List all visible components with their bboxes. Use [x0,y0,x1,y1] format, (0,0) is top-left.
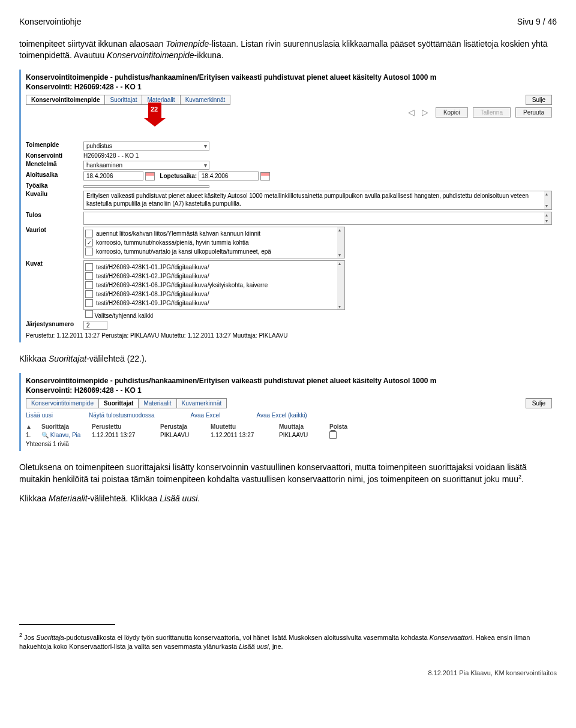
page-number: Sivu 9 / 46 [517,17,557,26]
next-icon[interactable]: ▷ [422,107,428,117]
tab-suorittajat[interactable]: Suorittajat [98,398,139,408]
menetelma-select[interactable]: hankaaminen [83,161,209,170]
table-header: ▲ Suorittaja Perustettu Perustaja Muutet… [26,423,552,430]
open-excel-link[interactable]: Avaa Excel [191,412,221,419]
instruction-paragraph: Klikkaa Materiaalit-välilehteä. Klikkaa … [19,493,557,504]
calendar-icon[interactable] [260,172,270,181]
scrollbar[interactable] [337,227,344,258]
tulos-textarea[interactable] [83,212,552,225]
add-new-link[interactable]: Lisää uusi [26,412,53,419]
checkbox[interactable] [85,290,93,298]
scrollbar[interactable] [544,212,551,224]
prev-icon[interactable]: ◁ [408,107,415,117]
tab-materiaalit[interactable]: Materiaalit [138,398,176,408]
window-subtitle: Konservointi: H26069:428 - - KO 1 [26,83,552,91]
checkbox[interactable] [85,230,93,237]
vauriot-list[interactable]: auennut liitos/kahvan liitos/Ylemmästä k… [83,227,345,258]
scrollbar[interactable] [544,191,551,209]
footnote: 2 Jos Suorittaja-pudotusvalikosta ei löy… [19,631,557,651]
window-title: Konservointitoimenpide - puhdistus/hanka… [26,377,552,385]
tab-konservointitoimenpide[interactable]: Konservointitoimenpide [26,398,99,408]
toimenpide-select[interactable]: puhdistus [83,142,209,151]
tab-kuvamerkinnat[interactable]: Kuvamerkinnät [176,398,227,408]
print-view-link[interactable]: Näytä tulostusmuodossa [89,412,155,419]
calendar-icon[interactable] [145,172,155,181]
kuvat-list[interactable]: testi/H26069-428K1-01.JPG//digitaalikuva… [83,260,345,310]
close-button[interactable]: Sulje [526,398,552,408]
checkbox[interactable] [85,263,93,271]
aloitusaika-input[interactable]: 18.4.2006 [83,172,143,181]
checkbox[interactable] [85,272,93,280]
tyoaika-input[interactable] [83,185,209,188]
delete-icon[interactable] [329,431,337,439]
checkbox[interactable] [85,248,93,255]
window-subtitle: Konservointi: H26069:428 - - KO 1 [26,386,552,395]
tab-suorittajat[interactable]: Suorittajat [104,95,142,105]
lopetusaika-input[interactable]: 18.4.2006 [199,172,259,181]
audit-line: Perustettu: 1.12.2011 13:27 Perustaja: P… [26,332,552,339]
row-summary: Yhteensä 1 riviä [26,441,552,447]
kuvailu-textarea[interactable]: Erityisen vaikeasti puhdistuvat pienet a… [83,191,552,210]
tab-kuvamerkinnat[interactable]: Kuvamerkinnät [180,95,231,105]
save-button[interactable]: Tallenna [473,107,511,118]
window-title: Konservointitoimenpide - puhdistus/hanka… [26,73,552,82]
page-footer: 8.12.2011 Pia Klaavu, KM konservointilai… [19,669,557,676]
checkbox[interactable]: ✓ [85,239,93,246]
jarjestysnumero-input[interactable]: 2 [83,321,107,330]
table-row: 1. 🔍 Klaavu, Pia 1.12.2011 13:27 PIKLAAV… [26,431,552,439]
select-all-checkbox[interactable] [85,310,93,318]
checkbox[interactable] [85,281,93,289]
instruction-paragraph: Klikkaa Suorittajat-välilehteä (22.). [19,353,557,365]
footnote-separator [19,624,115,625]
explanation-paragraph: Oletuksena on toimenpiteen suorittajaksi… [19,462,557,485]
cancel-button[interactable]: Peruuta [515,107,552,118]
scrollbar[interactable] [337,261,344,309]
tab-konservointitoimenpide[interactable]: Konservointitoimenpide [26,95,105,105]
close-button[interactable]: Sulje [526,95,552,105]
magnify-icon[interactable]: 🔍 [41,432,49,438]
copy-button[interactable]: Kopioi [436,107,468,118]
screenshot-suorittajat-tab: Konservointitoimenpide - puhdistus/hanka… [19,373,557,451]
checkbox[interactable] [85,299,93,307]
open-excel-all-link[interactable]: Avaa Excel (kaikki) [256,412,307,419]
screenshot-toimenpide-form: Konservointitoimenpide - puhdistus/hanka… [19,70,557,342]
konservointi-value: H26069:428 - - KO 1 [83,152,552,159]
callout-number: 22 [151,106,158,113]
suorittaja-link[interactable]: Klaavu, Pia [50,432,81,438]
intro-paragraph: toimenpiteet siirtyvät ikkunan alaosaan … [19,38,557,61]
doc-title: Konservointiohje [19,17,82,26]
